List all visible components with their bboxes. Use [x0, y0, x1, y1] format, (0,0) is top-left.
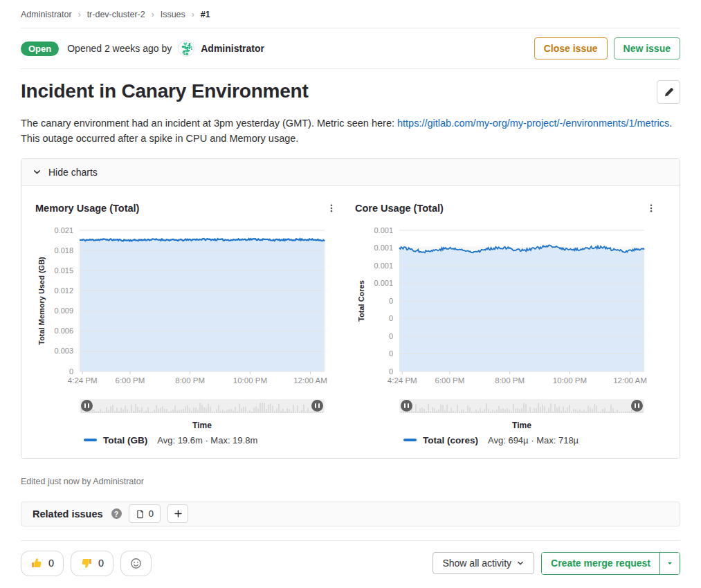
divider — [21, 540, 680, 541]
slider-handle-left[interactable] — [81, 400, 93, 412]
svg-text:Total Cores: Total Cores — [357, 280, 365, 322]
chart-legend: Total (cores) Avg: 694µ · Max: 718µ — [403, 435, 659, 445]
slider-handle-left[interactable] — [401, 400, 412, 412]
memory-usage-chart: Memory Usage (Total) 0.0210.0180.0150.01… — [35, 200, 340, 445]
svg-text:0: 0 — [389, 314, 393, 322]
chart-menu-button[interactable] — [643, 200, 659, 217]
svg-text:0.001: 0.001 — [374, 244, 393, 252]
chevron-down-icon — [33, 167, 42, 176]
thumbs-down-button[interactable]: 0 — [71, 551, 113, 576]
legend-swatch — [403, 439, 417, 441]
thumbs-up-count: 0 — [48, 558, 54, 569]
thumbs-down-icon — [80, 557, 93, 569]
svg-text:0.015: 0.015 — [54, 266, 73, 274]
pencil-icon — [664, 87, 674, 98]
svg-text:6:00 PM: 6:00 PM — [435, 376, 465, 385]
create-mr-button[interactable]: Create merge request — [542, 553, 659, 574]
svg-text:0.001: 0.001 — [374, 226, 393, 234]
svg-text:0: 0 — [389, 296, 393, 304]
svg-text:0: 0 — [389, 331, 393, 340]
kebab-icon — [327, 203, 336, 214]
related-issues-count: 0 — [149, 508, 154, 519]
status-badge: Open — [21, 42, 59, 56]
hide-charts-label: Hide charts — [48, 167, 98, 178]
caret-down-icon — [666, 559, 674, 567]
memory-usage-plot: 0.0210.0180.0150.0120.0090.0060.0030Tota… — [35, 225, 338, 391]
charts-panel: Hide charts Memory Usage (Total) 0.0210.… — [21, 158, 680, 459]
hide-charts-toggle[interactable]: Hide charts — [21, 159, 680, 186]
slider-handle-right[interactable] — [631, 400, 643, 412]
svg-text:0.018: 0.018 — [54, 246, 73, 254]
issue-description: The canary environment had an incident a… — [21, 116, 680, 147]
svg-text:0.021: 0.021 — [54, 226, 73, 234]
create-mr-dropdown-toggle[interactable] — [659, 553, 680, 574]
x-axis-title: Time — [399, 421, 644, 430]
issue-document-icon — [136, 509, 145, 519]
reactions: 0 0 — [21, 551, 152, 576]
new-issue-button[interactable]: New issue — [614, 37, 680, 59]
svg-text:10:00 PM: 10:00 PM — [553, 376, 587, 385]
svg-text:8:00 PM: 8:00 PM — [495, 376, 525, 385]
breadcrumb-separator: › — [152, 10, 154, 19]
issue-page: Administrator › tr-dev-cluster-2 › Issue… — [0, 0, 701, 576]
svg-text:Total Memory Used (GB): Total Memory Used (GB) — [37, 256, 46, 344]
breadcrumb-link-issues[interactable]: Issues — [161, 10, 185, 19]
svg-text:12:00 AM: 12:00 AM — [293, 376, 327, 385]
breadcrumb-link-administrator[interactable]: Administrator — [21, 10, 72, 19]
slider-sparkline — [80, 399, 325, 413]
opened-text: Opened 2 weeks ago by — [67, 43, 172, 54]
activity-filter-dropdown[interactable]: Show all activity — [433, 552, 534, 574]
activity-filter-label: Show all activity — [442, 558, 511, 569]
svg-text:0.003: 0.003 — [54, 347, 73, 355]
svg-text:0.009: 0.009 — [54, 306, 73, 315]
svg-text:0.001: 0.001 — [374, 261, 393, 269]
title-row: Incident in Canary Environment — [21, 80, 680, 104]
related-issues-section: Related issues ? 0 — [21, 502, 680, 526]
svg-text:0: 0 — [69, 367, 73, 375]
svg-text:0.006: 0.006 — [54, 327, 73, 335]
slider-handle-right[interactable] — [311, 400, 323, 412]
metrics-link[interactable]: https://gitlab.com/my-org/my-project/-/e… — [397, 118, 669, 129]
svg-text:4:24 PM: 4:24 PM — [68, 376, 98, 385]
add-related-issue-button[interactable] — [167, 504, 188, 523]
issue-status-bar: Open Opened 2 weeks ago by Administrator… — [21, 28, 680, 69]
kebab-icon — [646, 203, 656, 214]
svg-text:0: 0 — [389, 349, 393, 358]
charts-body: Memory Usage (Total) 0.0210.0180.0150.01… — [21, 186, 680, 458]
avatar[interactable] — [178, 40, 194, 57]
close-issue-button[interactable]: Close issue — [534, 37, 608, 59]
edited-note: Edited just now by Administrator — [21, 477, 680, 486]
svg-text:0.001: 0.001 — [374, 279, 393, 287]
chevron-down-icon — [516, 559, 525, 567]
footer-actions: Show all activity Create merge request — [433, 552, 680, 575]
chart-zoom-slider[interactable] — [399, 399, 644, 413]
help-icon[interactable]: ? — [111, 508, 122, 519]
svg-text:12:00 AM: 12:00 AM — [613, 376, 647, 385]
svg-text:6:00 PM: 6:00 PM — [116, 376, 145, 385]
chart-menu-button[interactable] — [323, 200, 340, 217]
plus-icon — [174, 509, 183, 518]
thumbs-up-button[interactable]: 0 — [21, 551, 64, 576]
thumbs-down-count: 0 — [98, 558, 104, 569]
thumbs-up-icon — [30, 557, 43, 569]
breadcrumb-current-issue-number: #1 — [201, 10, 210, 19]
add-reaction-button[interactable] — [120, 551, 152, 576]
smiley-icon — [130, 558, 142, 569]
chart-zoom-slider[interactable] — [80, 399, 325, 413]
slider-sparkline — [399, 399, 644, 413]
core-usage-plot: 0.0010.0010.0010.00100000Total Cores4:24… — [355, 225, 658, 391]
edit-title-button[interactable] — [657, 80, 680, 104]
breadcrumb-separator: › — [192, 10, 194, 19]
legend-series-stats: Avg: 694µ · Max: 718µ — [488, 435, 579, 445]
chart-title: Core Usage (Total) — [355, 203, 444, 214]
x-axis-title: Time — [80, 421, 325, 430]
related-issues-count-badge: 0 — [129, 504, 161, 523]
legend-series-name: Total (cores) — [423, 435, 478, 445]
legend-swatch — [84, 439, 97, 441]
core-usage-chart: Core Usage (Total) 0.0010.0010.0010.0010… — [355, 200, 659, 445]
breadcrumb-separator: › — [78, 10, 81, 19]
breadcrumb-link-project[interactable]: tr-dev-cluster-2 — [87, 10, 145, 19]
chart-title: Memory Usage (Total) — [35, 203, 139, 214]
author-link[interactable]: Administrator — [201, 43, 264, 54]
svg-text:0: 0 — [389, 367, 393, 375]
